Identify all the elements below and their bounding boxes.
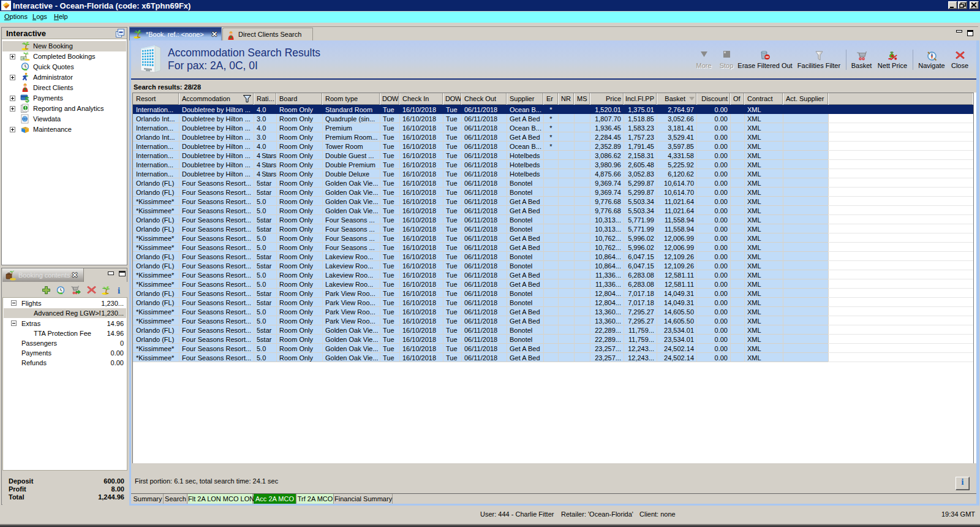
svg-text:$: $ (25, 96, 29, 104)
